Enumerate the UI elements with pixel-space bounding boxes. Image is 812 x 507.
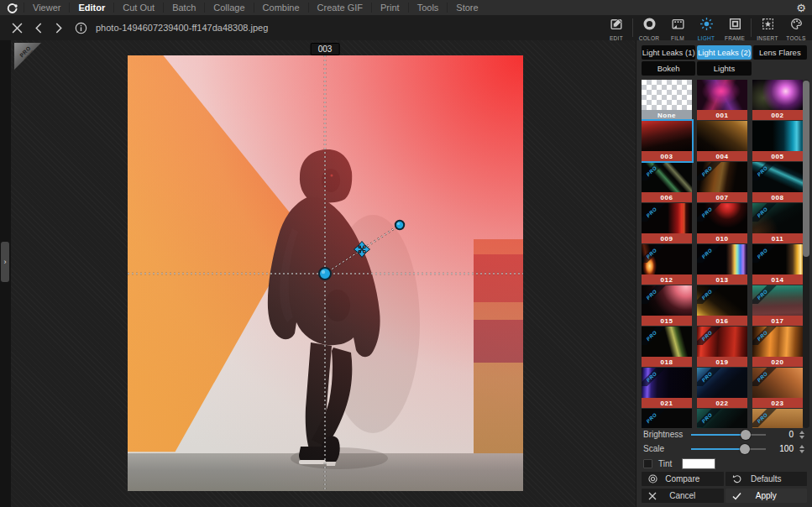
thumbnail-preview xyxy=(697,162,747,192)
brightness-slider[interactable] xyxy=(691,434,766,436)
effect-thumbnail-008[interactable]: 008PRO xyxy=(752,162,803,202)
tab-lens-flares[interactable]: Lens Flares xyxy=(753,45,807,60)
effect-category-tabs: Light Leaks (1)Light Leaks (2)Lens Flare… xyxy=(642,45,807,76)
menu-item-create-gif[interactable]: Create GIF xyxy=(308,3,371,13)
tab-lights[interactable]: Lights xyxy=(697,61,751,76)
effect-thumbnail-023[interactable]: 023PRO xyxy=(752,368,803,408)
menu-item-collage[interactable]: Collage xyxy=(204,3,253,13)
settings-gear-icon[interactable]: ⚙ xyxy=(796,0,806,15)
thumbnail-label: 005 xyxy=(752,151,803,161)
effect-thumbnail-009[interactable]: 009PRO xyxy=(642,203,692,243)
effect-thumbnail-020[interactable]: 020PRO xyxy=(752,327,803,367)
effect-thumbnail-011[interactable]: 011PRO xyxy=(752,203,803,243)
brightness-slider-handle[interactable] xyxy=(741,430,751,440)
effect-thumbnail-012[interactable]: 012PRO xyxy=(642,244,692,285)
scale-stepper[interactable] xyxy=(797,445,807,453)
stepper-down-icon[interactable] xyxy=(799,450,804,453)
effect-thumbnail-001[interactable]: 001 xyxy=(697,80,747,120)
tool-film[interactable]: FILM xyxy=(663,15,692,41)
forward-chevron-icon[interactable] xyxy=(55,23,63,34)
back-chevron-icon[interactable] xyxy=(34,23,43,34)
panel-scrollbar[interactable] xyxy=(803,80,809,428)
tool-edit[interactable]: EDIT xyxy=(602,15,631,41)
compare-button[interactable]: Compare xyxy=(642,472,724,486)
menu-item-tools[interactable]: Tools xyxy=(408,3,448,13)
photo-canvas[interactable] xyxy=(128,55,523,491)
film-icon xyxy=(671,17,685,34)
stepper-down-icon[interactable] xyxy=(799,436,804,439)
effect-thumbnail-013[interactable]: 013PRO xyxy=(697,244,747,285)
menu-item-viewer[interactable]: Viewer xyxy=(24,3,69,13)
scale-value[interactable]: 100 xyxy=(770,444,794,453)
gizmo-end-handle[interactable] xyxy=(396,221,404,229)
close-icon[interactable] xyxy=(12,23,23,34)
effect-thumbnail-partial[interactable]: PRO xyxy=(752,409,803,428)
effect-thumbnail-017[interactable]: 017PRO xyxy=(752,285,803,326)
pro-version-ribbon[interactable]: PRO version xyxy=(14,43,41,70)
defaults-button-label: Defaults xyxy=(751,474,782,483)
effect-thumbnail-021[interactable]: 021PRO xyxy=(642,368,692,408)
pro-ribbon-title: PRO xyxy=(13,40,39,65)
tool-light[interactable]: LIGHT xyxy=(692,15,720,41)
scrollbar-thumb[interactable] xyxy=(803,81,809,257)
effect-thumbnail-partial[interactable]: PRO xyxy=(642,409,692,428)
cancel-button[interactable]: Cancel xyxy=(642,489,724,503)
thumbnail-label: 003 xyxy=(642,151,692,161)
left-panel-toggle[interactable]: › xyxy=(1,242,9,282)
tab-bokeh[interactable]: Bokeh xyxy=(642,61,695,76)
menu-item-combine[interactable]: Combine xyxy=(254,3,308,13)
tint-checkbox[interactable] xyxy=(643,459,652,468)
tool-frame[interactable]: FRAME xyxy=(720,15,749,41)
gizmo-move-cross[interactable] xyxy=(354,242,370,258)
menu-item-store[interactable]: Store xyxy=(447,3,486,13)
thumbnail-preview xyxy=(642,409,692,428)
effect-thumbnail-022[interactable]: 022PRO xyxy=(697,368,747,408)
effect-thumbnail-014[interactable]: 014PRO xyxy=(752,244,803,285)
effect-thumbnail-010[interactable]: 010PRO xyxy=(697,203,747,243)
gizmo-center-handle[interactable] xyxy=(319,268,331,280)
menu-item-print[interactable]: Print xyxy=(371,3,408,13)
effect-thumbnail-003[interactable]: 003 xyxy=(642,121,692,161)
effect-thumbnail-016[interactable]: 016PRO xyxy=(697,285,747,326)
frame-icon xyxy=(728,17,742,34)
effect-thumbnail-006[interactable]: 006PRO xyxy=(642,162,692,202)
tool-label: LIGHT xyxy=(698,35,715,41)
compare-icon xyxy=(648,474,657,483)
brightness-stepper[interactable] xyxy=(797,431,807,439)
effect-thumbnail-019[interactable]: 019PRO xyxy=(697,327,747,367)
effect-thumbnail-007[interactable]: 007PRO xyxy=(697,162,747,202)
thumbnail-preview xyxy=(642,203,692,233)
light-leak-gizmo[interactable] xyxy=(128,55,523,491)
effect-thumbnail-none[interactable]: None xyxy=(642,80,692,120)
tint-color-swatch[interactable] xyxy=(682,458,715,469)
effect-thumbnail-002[interactable]: 002 xyxy=(752,80,803,120)
defaults-button[interactable]: Defaults xyxy=(726,472,808,486)
effect-thumbnail-005[interactable]: 005 xyxy=(752,121,803,161)
menu-item-batch[interactable]: Batch xyxy=(163,3,204,13)
insert-icon xyxy=(761,17,775,34)
tool-color[interactable]: COLOR xyxy=(635,15,663,41)
scale-slider-handle[interactable] xyxy=(740,444,750,454)
thumbnail-preview xyxy=(752,244,803,274)
apply-button[interactable]: Apply xyxy=(726,489,808,503)
effect-thumbnail-004[interactable]: 004 xyxy=(697,121,747,161)
menu-item-editor[interactable]: Editor xyxy=(69,3,113,13)
info-icon[interactable] xyxy=(75,22,87,34)
brightness-row: Brightness 0 xyxy=(643,428,807,441)
effect-thumbnail-018[interactable]: 018PRO xyxy=(642,327,692,367)
stepper-up-icon[interactable] xyxy=(799,431,804,434)
app-logo-icon[interactable] xyxy=(6,2,18,14)
stepper-up-icon[interactable] xyxy=(799,445,804,448)
effect-thumbnail-partial[interactable]: PRO xyxy=(697,409,747,428)
scale-slider[interactable] xyxy=(691,448,766,450)
toolstrip-divider xyxy=(632,18,633,37)
effect-thumbnail-015[interactable]: 015PRO xyxy=(642,285,692,326)
brightness-value[interactable]: 0 xyxy=(770,430,794,439)
effect-preview-label: 003 xyxy=(311,43,340,55)
tool-insert[interactable]: INSERT xyxy=(753,15,782,41)
tab-light-leaks-2[interactable]: Light Leaks (2) xyxy=(697,45,751,60)
color-icon xyxy=(642,17,657,34)
tool-tools[interactable]: TOOLS xyxy=(782,15,810,41)
menu-item-cut-out[interactable]: Cut Out xyxy=(113,3,163,13)
tab-light-leaks-1[interactable]: Light Leaks (1) xyxy=(642,45,695,60)
